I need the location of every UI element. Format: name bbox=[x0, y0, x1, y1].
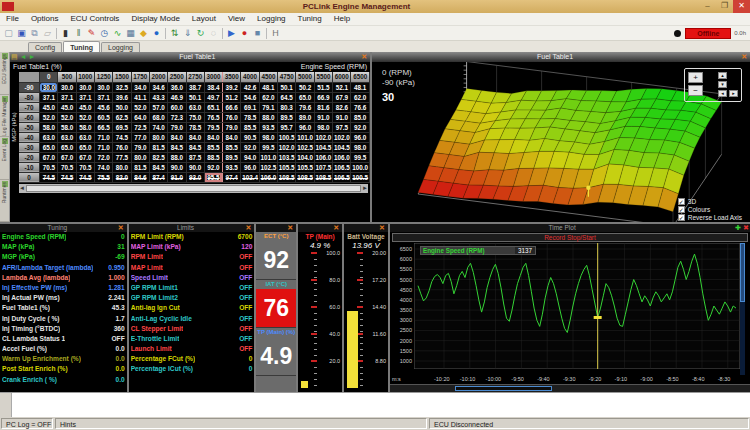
fuel-cell[interactable]: 71.0 bbox=[95, 142, 113, 152]
fuel-cell[interactable]: 65.0 bbox=[296, 92, 314, 102]
fuel-cell[interactable]: 70.5 bbox=[76, 162, 94, 172]
stop-icon[interactable]: ■ bbox=[251, 27, 264, 39]
menu-logging[interactable]: Logging bbox=[251, 13, 291, 25]
fuel-cell[interactable]: 67.0 bbox=[76, 152, 94, 162]
fuel-cell[interactable]: 45.0 bbox=[76, 102, 94, 112]
fuel-cell[interactable]: 80.3 bbox=[278, 102, 296, 112]
fuel-cell[interactable]: 74.0 bbox=[149, 122, 167, 132]
runtime-values-icon[interactable]: ‖ bbox=[72, 27, 85, 39]
fuel-cell[interactable]: 99.5 bbox=[351, 152, 370, 162]
fuel-cell[interactable]: 77.0 bbox=[131, 132, 149, 142]
fuel-cell[interactable]: 81.6 bbox=[314, 102, 332, 112]
fuel-cell[interactable]: 89.0 bbox=[296, 112, 314, 122]
fuel-cell[interactable]: 58.0 bbox=[40, 122, 58, 132]
fuel-col-header[interactable]: 2750 bbox=[186, 72, 204, 82]
fuel-row-header[interactable]: -50 bbox=[19, 122, 40, 132]
fuel-cell[interactable]: 104.5 bbox=[314, 142, 332, 152]
fuel-cell[interactable]: 65.1 bbox=[204, 102, 222, 112]
fuel-cell[interactable]: 76.5 bbox=[204, 112, 222, 122]
record-icon[interactable]: ● bbox=[238, 27, 251, 39]
fuel-cell[interactable]: 37.1 bbox=[58, 92, 76, 102]
side-tab-ecu-settings[interactable]: ECU Settings bbox=[0, 52, 9, 95]
fuel-cell[interactable]: 38.7 bbox=[186, 82, 204, 92]
fuel-cell[interactable]: 104.0 bbox=[296, 152, 314, 162]
fuel-cell[interactable]: 39.6 bbox=[113, 92, 131, 102]
fuel-cell[interactable]: 84.5 bbox=[186, 142, 204, 152]
record-stop-start-button[interactable]: Record Stop/Start bbox=[392, 233, 748, 242]
fuel-cell[interactable]: 66.9 bbox=[314, 92, 332, 102]
fuel-cell[interactable]: 77.5 bbox=[113, 152, 131, 162]
fuel-row-header[interactable]: -40 bbox=[19, 132, 40, 142]
fuel-cell[interactable]: 101.0 bbox=[259, 152, 277, 162]
fuel-col-header[interactable]: 0 bbox=[40, 72, 58, 82]
fuel-cell[interactable]: 51.5 bbox=[314, 82, 332, 92]
fuel-cell[interactable]: 98.0 bbox=[351, 142, 370, 152]
fuel-cell[interactable]: 52.1 bbox=[333, 82, 351, 92]
fuel-cell[interactable]: 60.0 bbox=[168, 102, 186, 112]
fuel-cell[interactable]: 45.0 bbox=[40, 102, 58, 112]
fuel-cell[interactable]: 69.1 bbox=[241, 102, 259, 112]
fuel-cell[interactable]: 81.5 bbox=[131, 162, 149, 172]
fuel-cell[interactable]: 84.0 bbox=[186, 132, 204, 142]
edit-table-icon[interactable]: ✎ bbox=[85, 27, 98, 39]
fuel-cell[interactable]: 107.5 bbox=[314, 162, 332, 172]
fuel-cell[interactable]: 78.5 bbox=[241, 112, 259, 122]
fuel-cell[interactable]: 102.5 bbox=[296, 142, 314, 152]
fuel-cell[interactable]: 52.0 bbox=[58, 112, 76, 122]
fuel-cell[interactable]: 87.4 bbox=[149, 172, 167, 182]
fuel-cell[interactable]: 37.1 bbox=[40, 92, 58, 102]
fuel-row-header[interactable]: -70 bbox=[19, 102, 40, 112]
fuel-col-header[interactable]: 2000 bbox=[149, 72, 167, 82]
save-icon[interactable]: ▣ bbox=[15, 27, 28, 39]
fuel-cell[interactable]: 74.5 bbox=[113, 132, 131, 142]
fuel-cell[interactable]: 92.0 bbox=[204, 162, 222, 172]
side-tab-log-file-manager[interactable]: Log File Manager bbox=[0, 95, 9, 138]
fuel-cell[interactable]: 108.5 bbox=[314, 172, 332, 182]
surface-close-icon[interactable]: ✕ bbox=[738, 53, 750, 61]
fuel-cell[interactable]: 82.6 bbox=[333, 102, 351, 112]
menu-tuning[interactable]: Tuning bbox=[292, 13, 328, 25]
close-button[interactable]: ✕ bbox=[733, 0, 750, 13]
fuel-cell[interactable]: 69.5 bbox=[113, 122, 131, 132]
menu-ecu-controls[interactable]: ECU Controls bbox=[64, 13, 125, 25]
fuel-cell[interactable]: 82.5 bbox=[149, 152, 167, 162]
fuel-cell[interactable]: 49.7 bbox=[204, 92, 222, 102]
fuel-cell[interactable]: 80.0 bbox=[131, 152, 149, 162]
fuel-table-grid[interactable]: 0500100012501500175020002500275030003500… bbox=[19, 72, 370, 183]
checkbox-3d[interactable]: ✓3D bbox=[678, 198, 742, 205]
fuel-cell[interactable]: 71.0 bbox=[95, 132, 113, 142]
fuel-col-header[interactable]: 3000 bbox=[204, 72, 222, 82]
rotate-left-button[interactable]: ◂ bbox=[718, 90, 727, 97]
clock-icon[interactable]: ◷ bbox=[98, 27, 111, 39]
fuel-cell[interactable]: 52.0 bbox=[131, 102, 149, 112]
fuel-cell[interactable]: 94.0 bbox=[241, 152, 259, 162]
fuel-cell[interactable]: 106.5 bbox=[333, 172, 351, 182]
zoom-out-button[interactable]: − bbox=[688, 85, 703, 96]
fuel-cell[interactable]: 30.0 bbox=[76, 82, 94, 92]
fuel-col-header[interactable]: 1500 bbox=[113, 72, 131, 82]
fuel-col-header[interactable]: 4000 bbox=[241, 72, 259, 82]
fuel-cell[interactable]: 74.5 bbox=[76, 172, 94, 182]
fuel-cell[interactable]: 102.4 bbox=[241, 172, 259, 182]
fuel-cell[interactable]: 79.0 bbox=[131, 142, 149, 152]
fuel-cell[interactable]: 41.1 bbox=[131, 92, 149, 102]
fuel-cell[interactable]: 66.6 bbox=[223, 102, 241, 112]
fuel-cell[interactable]: 62.5 bbox=[113, 112, 131, 122]
fuel-cell[interactable]: 58.0 bbox=[76, 122, 94, 132]
fuel-cell[interactable]: 98.0 bbox=[259, 132, 277, 142]
fuel-cell[interactable]: 84.0 bbox=[223, 132, 241, 142]
fuel-col-header[interactable]: 1250 bbox=[95, 72, 113, 82]
time-plot-canvas[interactable]: Engine Speed (RPM) 3137 bbox=[414, 243, 740, 375]
new-file-icon[interactable]: ▢ bbox=[2, 27, 15, 39]
fuel-cell[interactable]: 64.0 bbox=[131, 112, 149, 122]
fuel-col-header[interactable]: 6500 bbox=[351, 72, 370, 82]
fuel-col-header[interactable]: 5000 bbox=[296, 72, 314, 82]
fuel-cell[interactable]: 34.6 bbox=[149, 82, 167, 92]
fuel-cell[interactable]: 75.0 bbox=[186, 112, 204, 122]
ecu-download-icon[interactable]: ⇓ bbox=[181, 27, 194, 39]
fuel-cell[interactable]: 89.5 bbox=[223, 152, 241, 162]
fuel-cell[interactable]: 100.5 bbox=[278, 132, 296, 142]
fuel-cell[interactable]: 32.5 bbox=[113, 82, 131, 92]
fuel-cell[interactable]: 87.5 bbox=[186, 152, 204, 162]
fuel-cell[interactable]: 90.0 bbox=[186, 162, 204, 172]
